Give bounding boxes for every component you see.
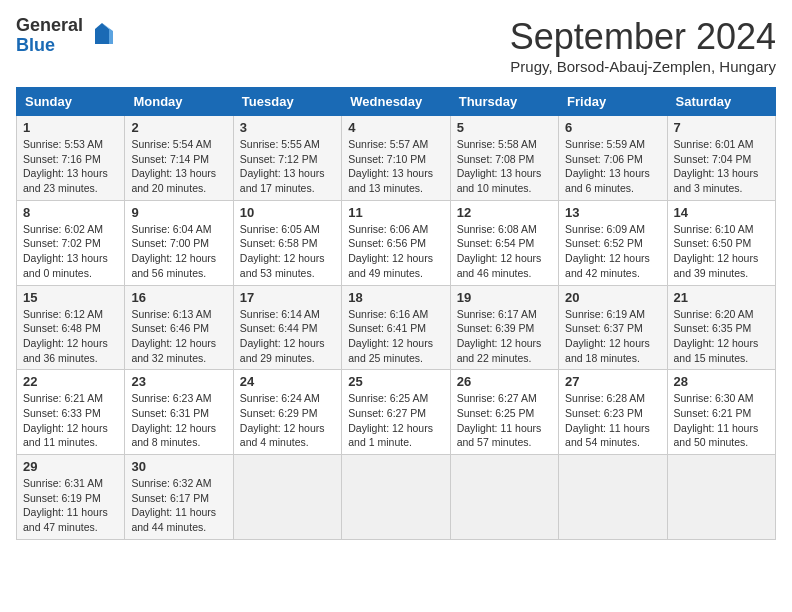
calendar-cell: 15Sunrise: 6:12 AM Sunset: 6:48 PM Dayli… [17, 285, 125, 370]
calendar-table: SundayMondayTuesdayWednesdayThursdayFrid… [16, 87, 776, 540]
weekday-header: Saturday [667, 88, 775, 116]
calendar-cell: 27Sunrise: 6:28 AM Sunset: 6:23 PM Dayli… [559, 370, 667, 455]
day-info: Sunrise: 6:28 AM Sunset: 6:23 PM Dayligh… [565, 392, 650, 448]
calendar-cell: 7Sunrise: 6:01 AM Sunset: 7:04 PM Daylig… [667, 116, 775, 201]
location: Prugy, Borsod-Abauj-Zemplen, Hungary [510, 58, 776, 75]
day-number: 7 [674, 120, 769, 135]
day-info: Sunrise: 6:25 AM Sunset: 6:27 PM Dayligh… [348, 392, 433, 448]
calendar-cell: 13Sunrise: 6:09 AM Sunset: 6:52 PM Dayli… [559, 200, 667, 285]
calendar-cell: 2Sunrise: 5:54 AM Sunset: 7:14 PM Daylig… [125, 116, 233, 201]
day-number: 1 [23, 120, 118, 135]
logo-icon [87, 19, 117, 53]
title-block: September 2024 Prugy, Borsod-Abauj-Zempl… [510, 16, 776, 75]
day-number: 3 [240, 120, 335, 135]
day-number: 30 [131, 459, 226, 474]
calendar-week-row: 15Sunrise: 6:12 AM Sunset: 6:48 PM Dayli… [17, 285, 776, 370]
calendar-cell: 23Sunrise: 6:23 AM Sunset: 6:31 PM Dayli… [125, 370, 233, 455]
day-info: Sunrise: 6:05 AM Sunset: 6:58 PM Dayligh… [240, 223, 325, 279]
day-number: 16 [131, 290, 226, 305]
calendar-cell: 20Sunrise: 6:19 AM Sunset: 6:37 PM Dayli… [559, 285, 667, 370]
day-number: 22 [23, 374, 118, 389]
weekday-header: Friday [559, 88, 667, 116]
calendar-cell: 12Sunrise: 6:08 AM Sunset: 6:54 PM Dayli… [450, 200, 558, 285]
calendar-cell: 26Sunrise: 6:27 AM Sunset: 6:25 PM Dayli… [450, 370, 558, 455]
day-info: Sunrise: 5:57 AM Sunset: 7:10 PM Dayligh… [348, 138, 433, 194]
calendar-cell: 10Sunrise: 6:05 AM Sunset: 6:58 PM Dayli… [233, 200, 341, 285]
day-number: 9 [131, 205, 226, 220]
calendar-cell: 22Sunrise: 6:21 AM Sunset: 6:33 PM Dayli… [17, 370, 125, 455]
day-number: 20 [565, 290, 660, 305]
day-info: Sunrise: 6:19 AM Sunset: 6:37 PM Dayligh… [565, 308, 650, 364]
day-info: Sunrise: 6:21 AM Sunset: 6:33 PM Dayligh… [23, 392, 108, 448]
calendar-cell: 16Sunrise: 6:13 AM Sunset: 6:46 PM Dayli… [125, 285, 233, 370]
day-info: Sunrise: 6:02 AM Sunset: 7:02 PM Dayligh… [23, 223, 108, 279]
day-number: 29 [23, 459, 118, 474]
day-number: 2 [131, 120, 226, 135]
calendar-cell: 25Sunrise: 6:25 AM Sunset: 6:27 PM Dayli… [342, 370, 450, 455]
svg-marker-0 [95, 23, 109, 44]
calendar-week-row: 22Sunrise: 6:21 AM Sunset: 6:33 PM Dayli… [17, 370, 776, 455]
day-info: Sunrise: 6:04 AM Sunset: 7:00 PM Dayligh… [131, 223, 216, 279]
day-info: Sunrise: 5:59 AM Sunset: 7:06 PM Dayligh… [565, 138, 650, 194]
calendar-cell: 1Sunrise: 5:53 AM Sunset: 7:16 PM Daylig… [17, 116, 125, 201]
day-info: Sunrise: 6:06 AM Sunset: 6:56 PM Dayligh… [348, 223, 433, 279]
calendar-cell: 3Sunrise: 5:55 AM Sunset: 7:12 PM Daylig… [233, 116, 341, 201]
weekday-header-row: SundayMondayTuesdayWednesdayThursdayFrid… [17, 88, 776, 116]
day-info: Sunrise: 5:58 AM Sunset: 7:08 PM Dayligh… [457, 138, 542, 194]
day-number: 10 [240, 205, 335, 220]
day-number: 24 [240, 374, 335, 389]
logo: General Blue [16, 16, 117, 56]
calendar-cell: 17Sunrise: 6:14 AM Sunset: 6:44 PM Dayli… [233, 285, 341, 370]
calendar-cell: 24Sunrise: 6:24 AM Sunset: 6:29 PM Dayli… [233, 370, 341, 455]
calendar-cell [342, 455, 450, 540]
day-info: Sunrise: 6:01 AM Sunset: 7:04 PM Dayligh… [674, 138, 759, 194]
day-number: 12 [457, 205, 552, 220]
day-number: 28 [674, 374, 769, 389]
day-number: 8 [23, 205, 118, 220]
day-number: 15 [23, 290, 118, 305]
day-info: Sunrise: 6:31 AM Sunset: 6:19 PM Dayligh… [23, 477, 108, 533]
day-number: 27 [565, 374, 660, 389]
page-header: General Blue September 2024 Prugy, Borso… [16, 16, 776, 75]
calendar-cell: 21Sunrise: 6:20 AM Sunset: 6:35 PM Dayli… [667, 285, 775, 370]
day-info: Sunrise: 6:32 AM Sunset: 6:17 PM Dayligh… [131, 477, 216, 533]
calendar-cell: 19Sunrise: 6:17 AM Sunset: 6:39 PM Dayli… [450, 285, 558, 370]
day-info: Sunrise: 5:53 AM Sunset: 7:16 PM Dayligh… [23, 138, 108, 194]
weekday-header: Tuesday [233, 88, 341, 116]
day-number: 26 [457, 374, 552, 389]
calendar-cell: 6Sunrise: 5:59 AM Sunset: 7:06 PM Daylig… [559, 116, 667, 201]
calendar-cell: 11Sunrise: 6:06 AM Sunset: 6:56 PM Dayli… [342, 200, 450, 285]
day-info: Sunrise: 6:24 AM Sunset: 6:29 PM Dayligh… [240, 392, 325, 448]
day-number: 14 [674, 205, 769, 220]
day-info: Sunrise: 6:27 AM Sunset: 6:25 PM Dayligh… [457, 392, 542, 448]
day-info: Sunrise: 6:13 AM Sunset: 6:46 PM Dayligh… [131, 308, 216, 364]
day-info: Sunrise: 6:10 AM Sunset: 6:50 PM Dayligh… [674, 223, 759, 279]
calendar-cell [559, 455, 667, 540]
calendar-cell [667, 455, 775, 540]
weekday-header: Wednesday [342, 88, 450, 116]
day-info: Sunrise: 6:12 AM Sunset: 6:48 PM Dayligh… [23, 308, 108, 364]
calendar-week-row: 8Sunrise: 6:02 AM Sunset: 7:02 PM Daylig… [17, 200, 776, 285]
calendar-cell: 4Sunrise: 5:57 AM Sunset: 7:10 PM Daylig… [342, 116, 450, 201]
calendar-cell: 9Sunrise: 6:04 AM Sunset: 7:00 PM Daylig… [125, 200, 233, 285]
calendar-cell: 28Sunrise: 6:30 AM Sunset: 6:21 PM Dayli… [667, 370, 775, 455]
day-info: Sunrise: 5:54 AM Sunset: 7:14 PM Dayligh… [131, 138, 216, 194]
month-title: September 2024 [510, 16, 776, 58]
calendar-week-row: 29Sunrise: 6:31 AM Sunset: 6:19 PM Dayli… [17, 455, 776, 540]
logo-general: General [16, 16, 83, 36]
day-info: Sunrise: 6:20 AM Sunset: 6:35 PM Dayligh… [674, 308, 759, 364]
day-info: Sunrise: 6:16 AM Sunset: 6:41 PM Dayligh… [348, 308, 433, 364]
day-info: Sunrise: 6:08 AM Sunset: 6:54 PM Dayligh… [457, 223, 542, 279]
day-number: 25 [348, 374, 443, 389]
day-number: 11 [348, 205, 443, 220]
calendar-cell: 18Sunrise: 6:16 AM Sunset: 6:41 PM Dayli… [342, 285, 450, 370]
day-info: Sunrise: 6:23 AM Sunset: 6:31 PM Dayligh… [131, 392, 216, 448]
calendar-cell: 8Sunrise: 6:02 AM Sunset: 7:02 PM Daylig… [17, 200, 125, 285]
calendar-cell [450, 455, 558, 540]
day-info: Sunrise: 5:55 AM Sunset: 7:12 PM Dayligh… [240, 138, 325, 194]
day-number: 4 [348, 120, 443, 135]
day-info: Sunrise: 6:17 AM Sunset: 6:39 PM Dayligh… [457, 308, 542, 364]
day-number: 19 [457, 290, 552, 305]
day-number: 21 [674, 290, 769, 305]
day-number: 13 [565, 205, 660, 220]
